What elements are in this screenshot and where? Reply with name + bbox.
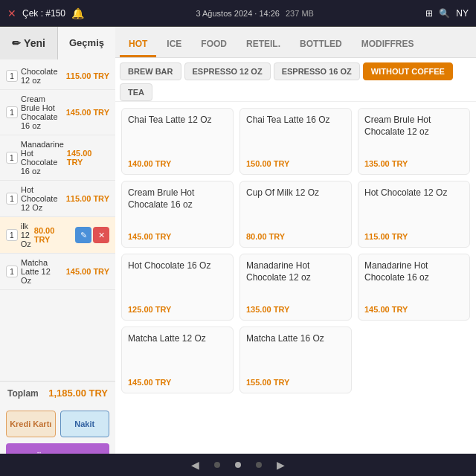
sub-tab-espresso-16-oz[interactable]: ESPRESSO 16 OZ [274,62,360,80]
item-name: Manadarine Hot Chocolate 16 oz [21,140,64,176]
main-panel: HOTICEFOODRETEIL.BOTTLEDMODIFFRES BREW B… [115,27,476,476]
category-tab-hot[interactable]: HOT [120,33,156,57]
product-card[interactable]: Chai Tea Latte 12 Oz 140.00 TRY [121,108,234,175]
product-card[interactable]: Matcha Latte 12 Oz 145.00 TRY [121,327,234,393]
close-icon[interactable]: ✕ [7,7,16,19]
order-item[interactable]: 1 Chocolate 12 oz 115.00 TRY [0,62,115,90]
product-grid: Chai Tea Latte 12 Oz 140.00 TRY Chai Tea… [115,102,476,476]
payment-buttons: Kredi Kartı Nakit [0,405,115,443]
item-price: 115.00 TRY [66,194,109,203]
edit-item-icon[interactable]: ✎ [75,227,91,243]
product-name: Manadarine Hot Chocolate 12 oz [246,260,345,283]
item-name: Hot Chocolate 12 Oz [21,185,63,212]
nav-dot-3[interactable] [256,462,262,468]
product-name: Hot Chocolate 12 Oz [364,187,463,199]
product-card[interactable]: Cup Of Milk 12 Oz 80.00 TRY [239,181,352,248]
product-card[interactable]: Cream Brule Hot Chocalate 16 oz 145.00 T… [121,181,234,248]
item-qty: 1 [6,152,18,164]
item-price: 80.00 TRY [34,226,72,244]
order-item[interactable]: 1 Hot Chocolate 12 Oz 115.00 TRY [0,181,115,217]
item-price: 145.00 TRY [67,149,109,167]
product-name: Chai Tea Latte 12 Oz [128,115,227,126]
item-qty: 1 [6,106,18,118]
total-label: Toplam [7,388,39,399]
left-panel: ✏ Yeni Geçmiş 1 Chocolate 12 oz 115.00 T… [0,27,115,476]
product-name: Cream Brule Hot Chocalate 16 oz [128,187,227,210]
sub-tab-tea[interactable]: TEA [120,83,152,101]
category-tab-bottled[interactable]: BOTTLED [291,33,351,57]
order-item[interactable]: 1 Manadarine Hot Chocolate 16 oz 145.00 … [0,135,115,181]
item-name: Chocolate 12 oz [21,67,63,85]
item-qty: 1 [6,193,18,205]
sub-tab-espresso-12-oz[interactable]: ESPRESSO 12 OZ [184,62,271,80]
total-row: Toplam 1,185.00 TRY [0,381,115,405]
product-card[interactable]: Chai Tea Latte 16 Oz 150.00 TRY [239,108,352,175]
product-name: Chai Tea Latte 16 Oz [246,115,345,126]
search-icon[interactable]: 🔍 [439,8,450,19]
product-name: Matcha Latte 16 Oz [246,333,345,345]
product-card[interactable]: Hot Chocolate 16 Oz 125.00 TRY [121,254,234,321]
category-tab-ice[interactable]: ICE [158,33,190,57]
product-card[interactable]: Hot Chocolate 12 Oz 115.00 TRY [358,181,470,248]
item-qty: 1 [6,70,18,82]
product-price: 150.00 TRY [246,159,345,168]
product-price: 145.00 TRY [364,305,463,314]
item-qty: 1 [6,266,18,277]
category-tab-modiffres[interactable]: MODIFFRES [353,33,423,57]
item-price: 115.00 TRY [66,71,109,80]
category-tab-reteil.[interactable]: RETEIL. [237,33,289,57]
ram-label: 237 MB [286,9,314,18]
user-abbr: NY [456,8,469,19]
product-name: Cream Brule Hot Chocalate 12 oz [364,115,463,138]
order-item[interactable]: 1 ilk 12 Oz 80.00 TRY ✎ ✕ [0,217,115,254]
sub-tabs: BREW BARESPRESSO 12 OZESPRESSO 16 OZWITH… [115,58,476,102]
product-price: 115.00 TRY [364,232,463,241]
total-amount: 1,185.00 TRY [48,387,108,399]
bottom-nav: ◀ ▶ [0,454,476,476]
check-label: Çek : #150 [22,8,65,19]
product-price: 80.00 TRY [246,232,345,241]
product-card[interactable]: Cream Brule Hot Chocalate 12 oz 135.00 T… [358,108,470,175]
history-button[interactable]: Geçmiş [58,27,115,60]
product-price: 140.00 TRY [128,159,227,168]
product-card[interactable]: Manadarine Hot Chocolate 12 oz 135.00 TR… [239,254,352,321]
cash-button[interactable]: Nakit [60,411,110,437]
order-item[interactable]: 1 Matcha Latte 12 Oz 145.00 TRY [0,254,115,290]
item-name: ilk 12 Oz [21,222,31,248]
product-price: 125.00 TRY [128,305,227,314]
item-name: Cream Brule Hot Chocalate 16 oz [21,94,63,130]
credit-card-button[interactable]: Kredi Kartı [6,411,56,437]
nav-dot-1[interactable] [214,462,220,468]
item-name: Matcha Latte 12 Oz [21,258,63,285]
grid-icon[interactable]: ⊞ [425,8,433,19]
category-tabs: HOTICEFOODRETEIL.BOTTLEDMODIFFRES [115,27,476,58]
nav-dot-2[interactable] [235,462,241,468]
product-name: Manadarine Hot Chocolate 16 oz [364,260,463,283]
pencil-icon: ✏ [12,37,21,49]
item-price: 145.00 TRY [66,108,109,117]
prev-arrow[interactable]: ◀ [191,459,199,471]
item-qty: 1 [6,229,18,241]
product-name: Cup Of Milk 12 Oz [246,187,345,199]
sub-tab-brew-bar[interactable]: BREW BAR [120,62,181,80]
product-name: Hot Chocolate 16 Oz [128,260,227,272]
new-order-button[interactable]: ✏ Yeni [0,27,58,60]
delete-item-icon[interactable]: ✕ [93,227,109,243]
bell-icon[interactable]: 🔔 [71,7,84,19]
order-item[interactable]: 1 Cream Brule Hot Chocalate 16 oz 145.00… [0,90,115,135]
product-price: 135.00 TRY [364,159,463,168]
product-card[interactable]: Matcha Latte 16 Oz 155.00 TRY [239,327,352,393]
product-name: Matcha Latte 12 Oz [128,333,227,345]
product-price: 135.00 TRY [246,305,345,314]
topbar: ✕ Çek : #150 🔔 3 Ağustos 2024 · 14:26 23… [0,0,476,27]
product-card[interactable]: Manadarine Hot Chocolate 16 oz 145.00 TR… [358,254,470,321]
sub-tab-without-coffee[interactable]: WITHOUT COFFEE [363,62,453,80]
next-arrow[interactable]: ▶ [277,459,285,471]
item-price: 145.00 TRY [66,267,109,276]
category-tab-food[interactable]: FOOD [192,33,236,57]
datetime-label: 3 Ağustos 2024 · 14:26 [196,9,280,18]
product-price: 145.00 TRY [128,232,227,241]
product-price: 155.00 TRY [246,378,345,387]
order-list: 1 Chocolate 12 oz 115.00 TRY 1 Cream Bru… [0,60,115,381]
left-header: ✏ Yeni Geçmiş [0,27,115,60]
